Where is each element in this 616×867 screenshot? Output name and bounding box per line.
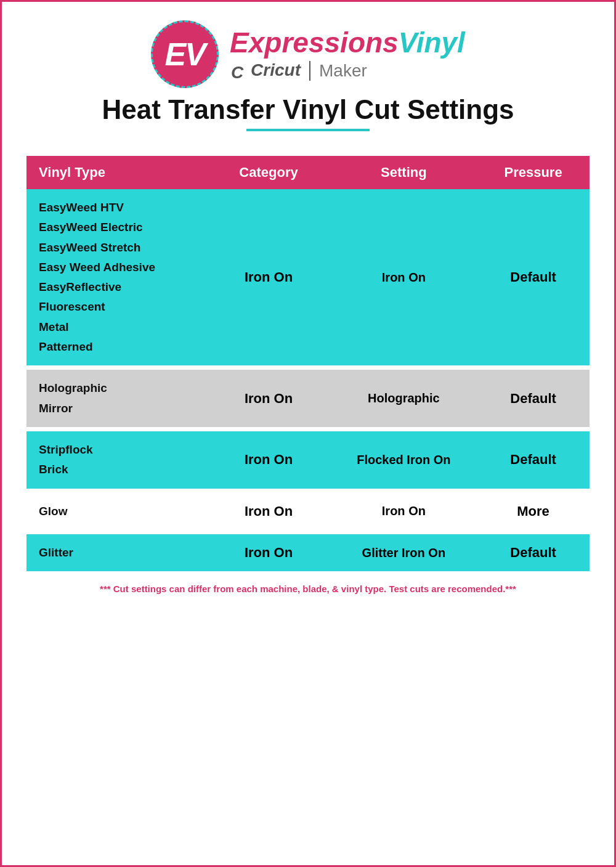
title-underline — [246, 129, 370, 131]
setting-cell: Glitter Iron On — [331, 534, 477, 572]
svg-text:C: C — [231, 63, 244, 81]
category-cell: Iron On — [206, 493, 330, 531]
pressure-cell: Default — [477, 431, 590, 489]
pressure-cell: More — [477, 493, 590, 531]
vinyl-type-item: Easy Weed Adhesive — [39, 258, 199, 277]
col-header-vinyl-type: Vinyl Type — [26, 156, 206, 189]
vinyl-type-item: EasyWeed Stretch — [39, 238, 199, 258]
setting-cell: Flocked Iron On — [331, 431, 477, 489]
ev-logo-text: EV — [164, 38, 205, 70]
vinyl-type-item: EasyWeed HTV — [39, 198, 199, 218]
vinyl-type-item: Stripflock — [39, 440, 199, 460]
vinyl-type-item: Patterned — [39, 337, 199, 357]
table-row: GlowIron OnIron OnMore — [26, 493, 590, 531]
setting-cell: Holographic — [331, 370, 477, 428]
brand-expressions: Expressions — [230, 26, 399, 59]
table-wrapper: Vinyl Type Category Setting Pressure Eas… — [26, 156, 590, 572]
vinyl-type-item: Holographic — [39, 378, 199, 398]
vinyl-type-item: Fluorescent — [39, 297, 199, 317]
vinyl-type-cell: StripflockBrick — [26, 431, 206, 489]
vinyl-type-cell: Glow — [26, 493, 206, 531]
cricut-logo-text: C Cricut — [230, 60, 301, 81]
brand-name: ExpressionsVinyl — [230, 27, 465, 59]
cricut-maker-label: Maker — [319, 61, 367, 81]
pressure-cell: Default — [477, 370, 590, 428]
vinyl-type-cell: Glitter — [26, 534, 206, 572]
col-header-setting: Setting — [331, 156, 477, 189]
setting-cell: Iron On — [331, 189, 477, 366]
ev-logo: EV — [151, 20, 219, 88]
table-row: GlitterIron OnGlitter Iron OnDefault — [26, 534, 590, 572]
table-header-row: Vinyl Type Category Setting Pressure — [26, 156, 590, 189]
col-header-pressure: Pressure — [477, 156, 590, 189]
cricut-area: C Cricut Maker — [230, 60, 367, 81]
page-title: Heat Transfer Vinyl Cut Settings — [102, 94, 514, 125]
pressure-cell: Default — [477, 534, 590, 572]
htv-table: Vinyl Type Category Setting Pressure Eas… — [26, 156, 590, 572]
vinyl-type-item: Metal — [39, 317, 199, 337]
footnote: *** Cut settings can differ from each ma… — [26, 584, 590, 594]
cricut-label: Cricut — [251, 60, 301, 79]
category-cell: Iron On — [206, 431, 330, 489]
vinyl-type-item: Glitter — [39, 543, 199, 563]
category-cell: Iron On — [206, 534, 330, 572]
table-row: HolographicMirrorIron OnHolographicDefau… — [26, 370, 590, 428]
vinyl-type-item: Glow — [39, 502, 199, 521]
brand-vinyl: Vinyl — [399, 26, 465, 59]
logo-area: EV ExpressionsVinyl C Cricut Maker — [151, 20, 465, 88]
cricut-divider — [309, 61, 310, 81]
table-row: EasyWeed HTVEasyWeed ElectricEasyWeed St… — [26, 189, 590, 366]
vinyl-type-cell: EasyWeed HTVEasyWeed ElectricEasyWeed St… — [26, 189, 206, 366]
vinyl-type-item: Mirror — [39, 399, 199, 418]
vinyl-type-item: EasyWeed Electric — [39, 218, 199, 237]
category-cell: Iron On — [206, 189, 330, 366]
pressure-cell: Default — [477, 189, 590, 366]
header: EV ExpressionsVinyl C Cricut Maker — [26, 20, 590, 145]
cricut-c-icon: C — [230, 62, 249, 81]
setting-cell: Iron On — [331, 493, 477, 531]
category-cell: Iron On — [206, 370, 330, 428]
vinyl-type-cell: HolographicMirror — [26, 370, 206, 428]
vinyl-type-item: Brick — [39, 460, 199, 479]
page: EV ExpressionsVinyl C Cricut Maker — [0, 0, 616, 867]
col-header-category: Category — [206, 156, 330, 189]
table-row: StripflockBrickIron OnFlocked Iron OnDef… — [26, 431, 590, 489]
vinyl-type-item: EasyReflective — [39, 277, 199, 297]
